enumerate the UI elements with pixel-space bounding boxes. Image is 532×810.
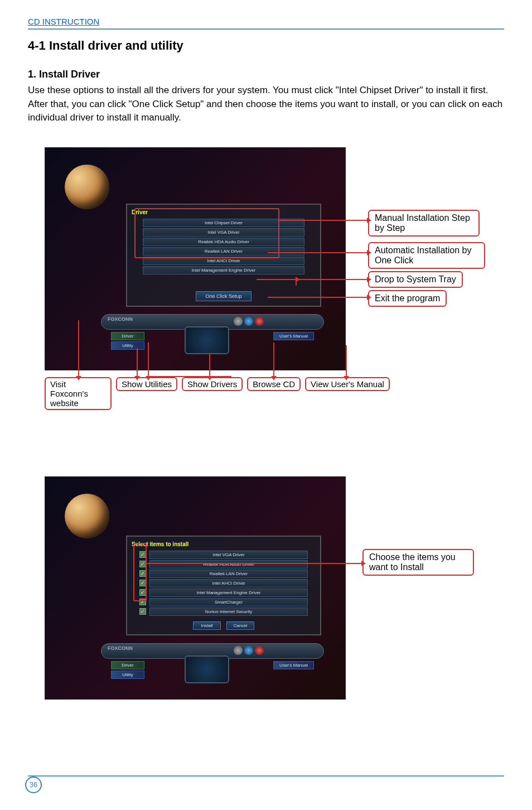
left-buttons: Driver Utility <box>111 661 144 680</box>
panel-title: Driver <box>132 209 316 215</box>
arrow-line <box>268 252 367 253</box>
right-buttons: User's Manual <box>273 332 314 341</box>
minimize-icon[interactable] <box>234 646 243 655</box>
arrow-line <box>148 376 212 377</box>
header-rule <box>28 28 504 30</box>
round-icons <box>234 317 264 326</box>
users-manual-button[interactable]: User's Manual <box>273 661 314 669</box>
checkbox-row: ✓Norton Internet Security <box>139 608 308 616</box>
close-icon[interactable] <box>255 317 264 326</box>
round-icons <box>234 646 264 655</box>
tray-icon[interactable] <box>244 317 253 326</box>
callout-auto: Automatic Installation by One Click <box>368 242 485 269</box>
checkbox-icon[interactable]: ✓ <box>139 561 146 567</box>
driver-item[interactable]: Intel Management Engine Driver <box>143 266 304 274</box>
callout-manual: Manual Installation Step by Step <box>368 210 480 237</box>
checkbox-icon[interactable]: ✓ <box>139 608 146 615</box>
driver-item[interactable]: Intel AHCI Driver <box>143 257 304 265</box>
radar-icon[interactable] <box>185 326 229 354</box>
minimize-icon[interactable] <box>234 317 243 326</box>
bottom-labels: Visit Foxconn's website Show Utilities S… <box>45 377 390 410</box>
arrow-line <box>257 279 296 280</box>
driver-panel: Driver Intel Chipset Driver Intel VGA Dr… <box>126 204 321 307</box>
brand-label: FOXCONN <box>108 645 133 651</box>
planet-icon <box>65 165 109 209</box>
arrow-line <box>296 279 367 280</box>
figure-1: Driver Intel Chipset Driver Intel VGA Dr… <box>45 147 504 409</box>
brand-label: FOXCONN <box>108 316 133 322</box>
subsection-title: 1. Install Driver <box>28 69 504 80</box>
arrow-line <box>209 354 210 376</box>
right-buttons: User's Manual <box>273 661 314 671</box>
install-item[interactable]: Intel VGA Driver <box>149 551 308 559</box>
driver-button[interactable]: Driver <box>111 332 144 340</box>
panel-title: Select items to install <box>132 541 316 547</box>
dock: FOXCONN Driver Utility User's Manual <box>101 308 324 353</box>
callout-choose: Choose the items you want to Install <box>362 549 474 576</box>
utility-button[interactable]: Utility <box>111 341 144 350</box>
planet-icon <box>65 494 109 538</box>
driver-item[interactable]: Realtek HDA Audio Driver <box>143 238 304 246</box>
dock: FOXCONN Driver Utility User's Manual <box>101 638 324 682</box>
cancel-button[interactable]: Cancel <box>226 621 254 630</box>
screenshot-2: Select items to install ✓Intel VGA Drive… <box>45 476 346 700</box>
arrow-line <box>209 376 231 377</box>
install-item[interactable]: Intel AHCI Driver <box>149 579 308 587</box>
install-item[interactable]: Norton Internet Security <box>149 608 308 616</box>
install-item[interactable]: Realtek LAN Driver <box>149 570 308 578</box>
checkbox-icon[interactable]: ✓ <box>139 580 146 586</box>
select-panel: Select items to install ✓Intel VGA Drive… <box>126 536 321 635</box>
body-text: Use these options to install all the dri… <box>28 84 504 125</box>
footer-rule <box>28 775 504 777</box>
arrow-line <box>268 297 367 298</box>
arrow-line <box>137 348 138 376</box>
checkbox-icon[interactable]: ✓ <box>139 599 146 605</box>
arrow-line <box>147 563 361 564</box>
checkbox-row: ✓Realtek LAN Driver <box>139 570 308 578</box>
install-item[interactable]: SmartCharger <box>149 598 308 606</box>
users-manual-button[interactable]: User's Manual <box>273 332 314 340</box>
callout-visit: Visit Foxconn's website <box>45 377 112 410</box>
checkbox-row: ✓Intel AHCI Driver <box>139 579 308 587</box>
callout-tray: Drop to System Tray <box>368 271 463 288</box>
checkbox-icon[interactable]: ✓ <box>139 551 146 558</box>
figure-2: Select items to install ✓Intel VGA Drive… <box>45 476 504 705</box>
install-cancel-row: Install Cancel <box>132 621 316 630</box>
page-number: 36 <box>25 777 42 793</box>
section-title: 4-1 Install driver and utility <box>28 38 504 53</box>
install-item[interactable]: Realtek HDA Audio Driver <box>149 560 308 568</box>
arrow-line <box>148 343 149 376</box>
arrow-line <box>78 320 79 376</box>
arrow-line <box>346 345 347 376</box>
one-click-setup-button[interactable]: One Click Setup <box>196 291 252 301</box>
checkbox-icon[interactable]: ✓ <box>139 570 146 577</box>
install-item[interactable]: Intel Management Engine Driver <box>149 589 308 597</box>
driver-button[interactable]: Driver <box>111 661 144 669</box>
utility-button[interactable]: Utility <box>111 671 144 679</box>
screenshot-1: Driver Intel Chipset Driver Intel VGA Dr… <box>45 147 346 370</box>
driver-item[interactable]: Realtek LAN Driver <box>143 247 304 255</box>
driver-item[interactable]: Intel VGA Driver <box>143 228 304 237</box>
radar-icon[interactable] <box>185 655 229 683</box>
header-link: CD INSTRUCTION <box>28 17 504 26</box>
checkbox-row: ✓Realtek HDA Audio Driver <box>139 560 308 568</box>
close-icon[interactable] <box>255 646 264 655</box>
checkbox-row: ✓Intel Management Engine Driver <box>139 589 308 597</box>
checkbox-row: ✓SmartCharger <box>139 598 308 606</box>
callout-exit: Exit the program <box>368 290 447 307</box>
arrow-line <box>273 343 274 376</box>
install-button[interactable]: Install <box>193 621 221 630</box>
checkbox-icon[interactable]: ✓ <box>139 589 146 596</box>
tray-icon[interactable] <box>244 646 253 655</box>
checkbox-row: ✓Intel VGA Driver <box>139 551 308 559</box>
left-buttons: Driver Utility <box>111 332 144 351</box>
arrow-line <box>279 220 367 221</box>
